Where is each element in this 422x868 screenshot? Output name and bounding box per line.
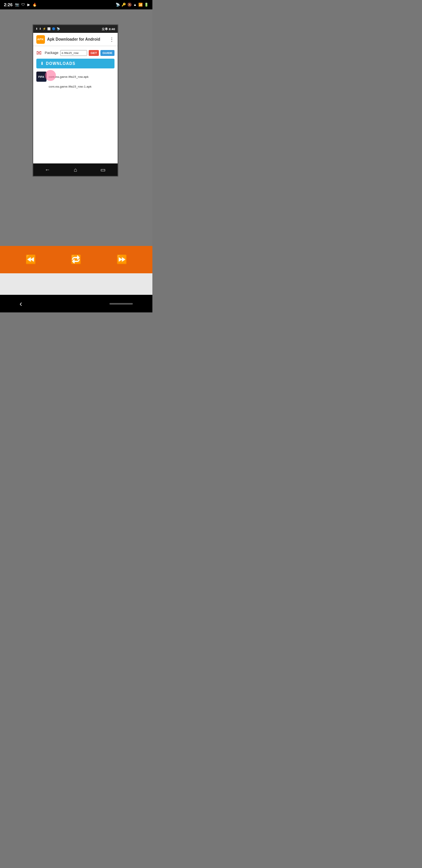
- repeat-button[interactable]: 🔁: [71, 255, 81, 265]
- recent-nav-icon[interactable]: ▭: [100, 167, 106, 173]
- overflow-menu-icon[interactable]: ⋮: [109, 36, 114, 43]
- app-icon: APK: [36, 35, 45, 44]
- download-filename-2: com.ea.game.fifa15_row-1.apk: [49, 85, 92, 88]
- downloads-label: DOWNLOADS: [46, 61, 76, 66]
- wifi-icon: ▲: [133, 3, 137, 7]
- system-nav-bar: ‹: [0, 295, 152, 312]
- signal-icon: 📶: [138, 3, 143, 7]
- download-icon-2: ⬇: [39, 27, 41, 30]
- nfc-icon: 📡: [57, 27, 60, 30]
- cast-icon: 📡: [116, 3, 120, 7]
- system-back-button[interactable]: ‹: [20, 299, 22, 308]
- outer-status-bar: 2:26 📷 🛡 ▶ 🔥 📡 🔑 🔕 ▲ 📶 🔋: [0, 0, 152, 9]
- vpn-icon: 🔑: [122, 3, 126, 7]
- envelope-icon: ✉: [36, 49, 43, 56]
- box-icon: ⬜: [47, 27, 51, 30]
- rewind-button[interactable]: ⏪: [25, 255, 36, 265]
- get-button[interactable]: GET: [89, 50, 99, 56]
- light-gray-strip: [0, 273, 152, 295]
- inner-status-left-icons: ⬇ ⬇ ⚡ ⬜ 🔵 📡: [36, 27, 60, 30]
- app-icon-label: APK: [37, 38, 44, 41]
- game-thumb-label: FIFA: [38, 75, 44, 78]
- inner-time: 오후 8:40: [102, 27, 115, 31]
- package-input[interactable]: [60, 50, 87, 56]
- inner-status-bar: ⬇ ⬇ ⚡ ⬜ 🔵 📡 오후 8:40: [33, 25, 118, 33]
- status-bar-right: 📡 🔑 🔕 ▲ 📶 🔋: [116, 3, 148, 7]
- fire-icon: 🔥: [32, 3, 37, 7]
- status-bar-left: 2:26 📷 🛡 ▶ 🔥: [4, 2, 37, 7]
- back-nav-icon[interactable]: ←: [45, 167, 50, 173]
- downloads-bar: ⬇ DOWNLOADS: [36, 59, 114, 68]
- download-item-1[interactable]: FIFA com.ea.game.fifa15_row.apk: [36, 72, 114, 82]
- app-header: APK Apk Downloader for Android ⋮: [33, 33, 118, 46]
- guide-button[interactable]: GUIDE: [100, 50, 114, 56]
- home-nav-icon[interactable]: ⌂: [74, 167, 77, 173]
- phone-screen: ⬇ ⬇ ⚡ ⬜ 🔵 📡 오후 8:40 APK Apk Downloader f…: [32, 24, 118, 177]
- screenshot-icon: 📷: [15, 3, 19, 7]
- shield-icon: 🛡: [21, 3, 25, 7]
- mute-icon: 🔕: [127, 3, 132, 7]
- download-items-container: FIFA com.ea.game.fifa15_row.apk com.ea.g…: [33, 72, 118, 91]
- usb-icon: ⚡: [43, 27, 46, 30]
- orange-media-bar: ⏪ 🔁 ⏩: [0, 246, 152, 273]
- tap-ripple: [45, 70, 56, 81]
- outer-background: ⬇ ⬇ ⚡ ⬜ 🔵 📡 오후 8:40 APK Apk Downloader f…: [0, 9, 152, 312]
- inner-nav-bar: ← ⌂ ▭: [33, 163, 118, 176]
- app-title: Apk Downloader for Android: [47, 37, 107, 41]
- download-item-2[interactable]: com.ea.game.fifa15_row-1.apk: [36, 85, 114, 88]
- system-nav-pill: [109, 303, 133, 305]
- play-icon: ▶: [27, 3, 30, 7]
- status-time: 2:26: [4, 2, 13, 7]
- package-row: ✉ Package GET GUIDE: [33, 46, 118, 59]
- phone-screen-wrapper: ⬇ ⬇ ⚡ ⬜ 🔵 📡 오후 8:40 APK Apk Downloader f…: [32, 20, 120, 175]
- battery-icon: 🔋: [144, 3, 148, 7]
- download-bar-icon: ⬇: [40, 61, 44, 66]
- forward-button[interactable]: ⏩: [116, 255, 127, 265]
- inner-status-right: 오후 8:40: [102, 27, 115, 31]
- package-label: Package: [45, 51, 59, 55]
- download-icon-1: ⬇: [36, 27, 38, 30]
- bt-icon: 🔵: [52, 27, 55, 30]
